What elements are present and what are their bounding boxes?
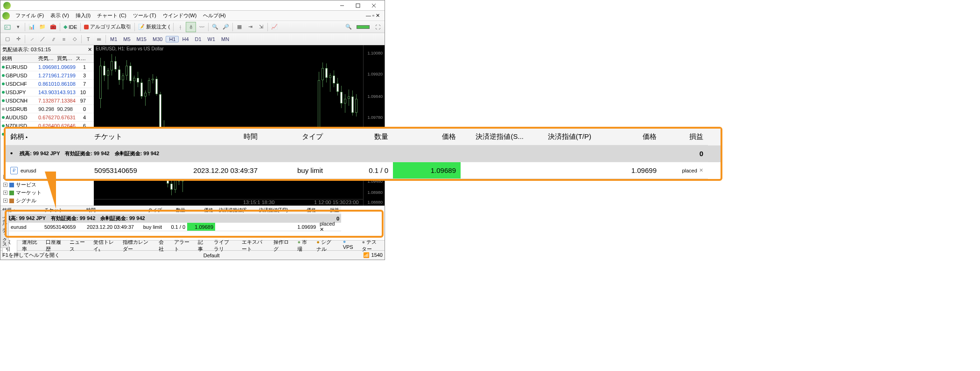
marketwatch-row[interactable]: USDCHF0.861010.861087	[0, 80, 94, 88]
tf-d1[interactable]: D1	[192, 36, 204, 42]
marketwatch-header: 気配値表示: 03:51:15 ✕	[0, 45, 94, 55]
marketwatch-row[interactable]: EURUSD1.096981.096991	[0, 63, 94, 71]
toolbox-tabs: 取引 運用比率 口座履歴 ニュース 受信トレイ₁ 指標カレンダー 会社 アラート…	[0, 240, 385, 250]
marketwatch-row[interactable]: AUDUSD0.676270.676314	[0, 113, 94, 122]
cursor-icon[interactable]: ▢	[2, 34, 13, 44]
menu-chart[interactable]: チャート (C)	[94, 11, 129, 20]
col-ask[interactable]: 買気…	[56, 55, 74, 62]
expand-icon[interactable]: ⛶	[372, 22, 383, 32]
zoom-ticket: 50953140659	[90, 162, 169, 179]
autoscroll-icon[interactable]: ⇲	[256, 22, 266, 32]
search-icon[interactable]: 🔍	[343, 22, 354, 32]
zoomed-toolbox: 銘柄 ▴チケット時間タイプ数量価格決済逆指値(S...決済指値(T/P)価格損益…	[4, 127, 722, 181]
chart-canvas[interactable]: EURUSD, H1: Euro vs US Dollar 1.100801.0…	[94, 45, 385, 206]
menu-insert[interactable]: 挿入(I)	[73, 11, 93, 20]
bar-chart-icon[interactable]: ⟊	[175, 22, 185, 32]
tf-m1[interactable]: M1	[107, 36, 120, 42]
maximize-button[interactable]	[350, 1, 366, 10]
minimize-button[interactable]	[334, 1, 350, 10]
col-bid[interactable]: 売気…	[37, 55, 56, 62]
svg-rect-1	[356, 4, 360, 7]
line-icon[interactable]: ／	[37, 34, 48, 44]
zoom-balance-row: • 残高: 99 942 JPY 有効証拠金: 99 942 余剰証拠金: 99…	[6, 145, 721, 162]
menubar: ファイル (F) 表示 (V) 挿入(I) チャート (C) ツール (T) ウ…	[0, 11, 385, 21]
titlebar	[0, 0, 385, 11]
sidetabs: ツールボックス	[0, 210, 9, 248]
zoom-volume: 0.1 / 0	[328, 162, 393, 179]
market-watch-icon[interactable]: 📊	[27, 22, 37, 32]
tf-m15[interactable]: M15	[134, 36, 149, 42]
app-logo-icon	[3, 2, 11, 9]
toolbox-order-row[interactable]: ₽eurusd509531406592023.12.20 03:49:37buy…	[0, 223, 385, 231]
statusbar-profile[interactable]: Default	[203, 253, 220, 258]
close-panel-icon[interactable]: ✕	[88, 47, 92, 53]
price-axis: 1.100801.099201.098401.097801.096801.095…	[363, 45, 385, 206]
shift-icon[interactable]: ⇥	[245, 22, 255, 32]
zoom-type: buy limit	[262, 162, 328, 179]
ide-button[interactable]: ◆IDE	[62, 24, 79, 30]
svg-line-6	[7, 27, 8, 27]
zoom-pl: placed ✕	[661, 162, 708, 179]
svg-line-5	[6, 27, 7, 28]
zoom-out-icon[interactable]: 🔎	[221, 22, 231, 32]
shape-icon[interactable]: ◇	[70, 34, 80, 44]
algo-trading-button[interactable]: アルゴリズム取引	[82, 23, 133, 30]
symbol-badge-icon: ₽	[10, 167, 18, 174]
statusbar-help: F1を押してヘルプを開く	[2, 252, 60, 259]
menu-tools[interactable]: ツール (T)	[130, 11, 159, 20]
indicators-icon[interactable]: 📈	[269, 22, 280, 32]
zoom-balance-pl: 0	[661, 145, 708, 162]
tf-h1[interactable]: H1	[166, 36, 179, 42]
zoom-order-row[interactable]: ₽eurusd 50953140659 2023.12.20 03:49:37 …	[6, 162, 721, 179]
profiles-icon[interactable]: ▾	[13, 22, 23, 32]
col-symbol[interactable]: 銘柄	[0, 55, 37, 62]
zoom-current-price: 1.09699	[596, 162, 661, 179]
tile-icon[interactable]: ▦	[234, 22, 245, 32]
marketwatch-row[interactable]: USDJPY143.903143.91310	[0, 88, 94, 96]
statusbar-ping: 📶 1540	[363, 252, 383, 258]
toolbar-right: 🔍 ⛶	[343, 22, 383, 32]
zoom-price: 1.09689	[393, 162, 461, 179]
tf-w1[interactable]: W1	[205, 36, 218, 42]
col-spread[interactable]: ス…	[74, 55, 87, 62]
tf-h4[interactable]: H4	[179, 36, 191, 42]
crosshair-icon[interactable]: ✛	[13, 34, 23, 44]
zoom-tp	[528, 162, 596, 179]
marketwatch-columns: 銘柄 売気… 買気… ス…	[0, 55, 94, 63]
candle-chart-icon[interactable]: 🕯	[186, 22, 196, 32]
marketwatch-row[interactable]: GBPUSD1.271961.271993	[0, 71, 94, 80]
objects-icon[interactable]: ⩸	[94, 34, 104, 44]
time-axis: 13:15:1 18:301 12:00 15:3023:00	[94, 199, 363, 206]
menu-window[interactable]: ウインドウ(W)	[160, 11, 200, 20]
menu-more-button[interactable]: — ▫ ✕	[363, 12, 383, 20]
menu-file[interactable]: ファイル (F)	[13, 11, 47, 20]
marketwatch-row[interactable]: USDCNH7.132877.1338497	[0, 96, 94, 105]
toolbox-icon[interactable]: 🧰	[48, 22, 58, 32]
fibo-icon[interactable]: ≡	[59, 34, 69, 44]
zoom-headers: 銘柄 ▴チケット時間タイプ数量価格決済逆指値(S...決済指値(T/P)価格損益	[6, 129, 721, 145]
tf-m5[interactable]: M5	[120, 36, 133, 42]
close-button[interactable]	[366, 1, 382, 10]
tf-m30[interactable]: M30	[150, 36, 165, 42]
new-chart-icon[interactable]	[2, 22, 13, 32]
zoom-in-icon[interactable]: 🔍	[210, 22, 220, 32]
navigator-icon[interactable]: 📁	[37, 22, 48, 32]
toolbox-panel: 銘柄 ▴チケット時間タイプ数量価格決済逆指値(S...決済指値(T/P)価格損益…	[0, 206, 385, 240]
sidetab-toolbox[interactable]: ツールボックス	[0, 210, 9, 248]
toolbar-main: ▾ 📊 📁 🧰 ◆IDE アルゴリズム取引 📝新規注文 ( ⟊ 🕯 〰 🔍 🔎 …	[0, 21, 385, 33]
close-order-icon[interactable]: ✕	[699, 167, 703, 173]
channel-icon[interactable]: ⫽	[48, 34, 58, 44]
trendline-icon[interactable]: ⟋	[27, 34, 37, 44]
app-logo-icon	[2, 12, 10, 20]
zoom-balance-text: 残高: 99 942 JPY 有効証拠金: 99 942 余剰証拠金: 99 9…	[20, 150, 159, 157]
toolbar-drawing: ▢ ✛ ⟋ ／ ⫽ ≡ ◇ T ⩸ M1 M5 M15 M30 H1 H4 D1…	[0, 33, 385, 45]
marketwatch-row[interactable]: USDRUB90.29890.2980	[0, 105, 94, 113]
line-chart-icon[interactable]: 〰	[196, 22, 207, 32]
marketwatch-title: 気配値表示: 03:51:15	[2, 46, 51, 53]
menu-view[interactable]: 表示 (V)	[48, 11, 72, 20]
text-icon[interactable]: T	[83, 34, 93, 44]
callout-tail	[45, 172, 56, 209]
new-order-button[interactable]: 📝新規注文 (	[136, 23, 172, 30]
menu-help[interactable]: ヘルプ(H)	[200, 11, 228, 20]
tf-mn[interactable]: MN	[218, 36, 232, 42]
